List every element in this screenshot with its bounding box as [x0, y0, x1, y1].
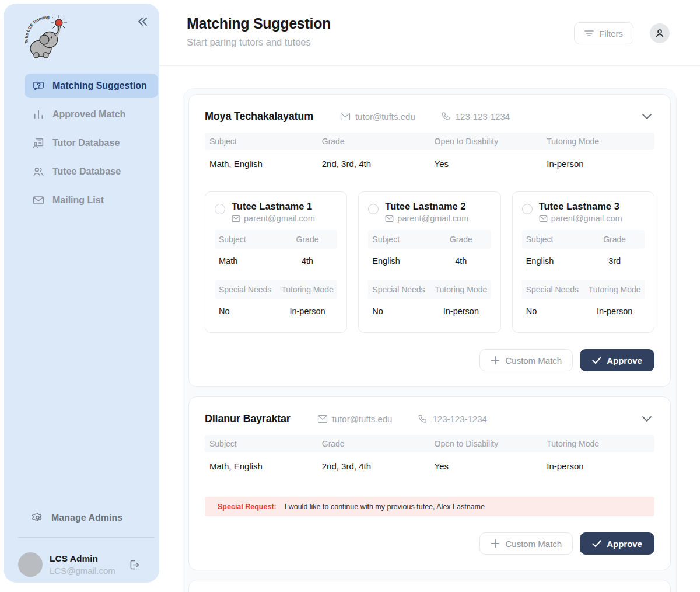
app-window: Tufts LCS Tutoring — [0, 0, 700, 592]
val-grade: 2nd, 3rd, 4th — [317, 461, 430, 471]
tutor-doc-icon — [32, 136, 46, 150]
chevron-down-icon[interactable] — [639, 109, 654, 124]
tutee-email: parent@gmail.com — [232, 214, 315, 223]
envelope-icon — [32, 193, 46, 207]
val-disability: Yes — [430, 461, 542, 471]
tutee-email-text: parent@gmail.com — [551, 214, 622, 223]
col-mode: Tutoring Mode — [542, 439, 654, 448]
val-subject: English — [522, 256, 585, 266]
sidebar-item-approved-match[interactable]: Approved Match — [24, 102, 158, 127]
val-subject: English — [368, 256, 431, 266]
custom-match-label: Custom Match — [505, 539, 562, 549]
tutee-radio[interactable] — [368, 204, 379, 214]
val-grade: 3rd — [584, 256, 645, 266]
tutor-phone: 123-123-1234 — [441, 112, 510, 121]
tutee-radio[interactable] — [215, 204, 225, 214]
val-mode: In-person — [278, 307, 338, 316]
phone-icon — [418, 414, 428, 424]
val-mode: In-person — [542, 461, 654, 471]
main-content: Matching Suggestion Start paring tutors … — [159, 0, 700, 592]
tutor-email: tutor@tufts.edu — [317, 414, 393, 424]
elephant-logo-icon: Tufts LCS Tutoring — [22, 13, 71, 64]
sidebar-nav: Matching Suggestion Approved Match — [24, 74, 158, 217]
envelope-icon — [317, 415, 328, 423]
sidebar-item-matching-suggestion[interactable]: Matching Suggestion — [24, 74, 158, 98]
user-name: LCS Admin — [50, 553, 127, 564]
col-grade: Grade — [584, 235, 645, 244]
tutee-name: Tutee Lastname 2 — [385, 201, 468, 212]
user-email: LCS@gmail.com — [50, 566, 127, 576]
special-request-label: Special Request: — [218, 503, 276, 511]
plus-icon — [491, 356, 500, 365]
sidebar-divider — [18, 537, 155, 538]
sidebar-item-tutee-database[interactable]: Tutee Database — [24, 159, 158, 184]
col-special-needs: Special Needs — [368, 285, 431, 294]
person-icon — [654, 27, 666, 39]
user-avatar — [18, 552, 43, 577]
sidebar-item-tutor-database[interactable]: Tutor Database — [24, 131, 158, 155]
user-profile: LCS Admin LCS@gmail.com — [18, 552, 149, 577]
tutor-card-header: Dilanur Bayraktar tutor@tufts.edu 123-12… — [205, 411, 654, 426]
tutee-email-text: parent@gmail.com — [244, 214, 315, 223]
val-mode: In-person — [584, 307, 645, 316]
app-logo: Tufts LCS Tutoring — [22, 13, 71, 64]
val-grade: 4th — [431, 256, 491, 266]
val-grade: 4th — [278, 256, 338, 266]
tutor-cards-container: Moya Techakalayatum tutor@tufts.edu 123-… — [183, 88, 677, 592]
sidebar-item-label: Tutor Database — [52, 138, 120, 148]
tutor-card: Dilanur Bayraktar tutor@tufts.edu 123-12… — [188, 396, 671, 570]
approve-label: Approve — [607, 539, 642, 549]
col-mode: Tutoring Mode — [278, 285, 338, 294]
tutor-phone-text: 123-123-1234 — [432, 414, 487, 424]
custom-match-button[interactable]: Custom Match — [480, 532, 573, 555]
col-grade: Grade — [317, 439, 430, 448]
check-icon — [592, 357, 601, 364]
tutor-table-header: Subject Grade Open to Disability Tutorin… — [205, 435, 654, 452]
page-subtitle: Start paring tutors and tutees — [187, 37, 311, 48]
col-mode: Tutoring Mode — [542, 137, 654, 146]
tutor-info-table: Subject Grade Open to Disability Tutorin… — [205, 435, 654, 479]
tutor-card-header: Moya Techakalayatum tutor@tufts.edu 123-… — [205, 109, 654, 124]
col-subject: Subject — [205, 439, 317, 448]
filter-icon — [584, 29, 594, 37]
chevron-down-icon[interactable] — [639, 411, 654, 426]
sidebar-item-label: Matching Suggestion — [52, 81, 147, 91]
tutee-radio[interactable] — [522, 204, 533, 214]
sidebar-item-label: Approved Match — [52, 109, 125, 120]
approve-label: Approve — [607, 356, 642, 365]
val-grade: 2nd, 3rd, 4th — [317, 159, 430, 169]
col-mode: Tutoring Mode — [431, 285, 491, 294]
manage-admins-button[interactable]: Manage Admins — [32, 511, 123, 524]
tutee-name: Tutee Lastname 1 — [232, 201, 315, 212]
approve-button[interactable]: Approve — [580, 349, 654, 371]
envelope-icon — [340, 112, 351, 121]
tutee-card: Tutee Lastname 1 parent@gmail.com Subjec… — [205, 191, 347, 333]
envelope-icon — [385, 215, 394, 222]
val-mode: In-person — [431, 307, 491, 316]
sidebar: Tufts LCS Tutoring — [4, 4, 159, 583]
logout-icon[interactable] — [127, 557, 142, 572]
tutee-card: Tutee Lastname 2 parent@gmail.com Subjec… — [358, 191, 501, 333]
page-title: Matching Suggestion — [187, 15, 331, 32]
user-texts: LCS Admin LCS@gmail.com — [50, 553, 127, 576]
tutee-card: Tutee Lastname 3 parent@gmail.com Subjec… — [512, 191, 654, 333]
tutor-phone-text: 123-123-1234 — [456, 112, 510, 121]
header-avatar-button[interactable] — [650, 23, 670, 43]
approve-button[interactable]: Approve — [580, 532, 654, 555]
sidebar-item-mailing-list[interactable]: Mailing List — [24, 188, 158, 213]
tutee-email: parent@gmail.com — [385, 214, 468, 223]
sidebar-collapse-icon[interactable] — [135, 14, 150, 29]
plus-icon — [491, 539, 500, 548]
sidebar-item-label: Mailing List — [52, 195, 104, 206]
tutor-card: Moya Techakalayatum tutor@tufts.edu 123-… — [188, 94, 671, 387]
gear-icon — [32, 511, 44, 524]
col-disability: Open to Disability — [430, 137, 542, 146]
custom-match-button[interactable]: Custom Match — [480, 349, 573, 371]
filters-button[interactable]: Filters — [574, 22, 634, 44]
col-grade: Grade — [431, 235, 491, 244]
col-subject: Subject — [215, 235, 278, 244]
col-special-needs: Special Needs — [522, 285, 585, 294]
tutee-email: parent@gmail.com — [539, 214, 622, 223]
card-actions: Custom Match Approve — [205, 349, 654, 371]
envelope-icon — [539, 215, 548, 222]
